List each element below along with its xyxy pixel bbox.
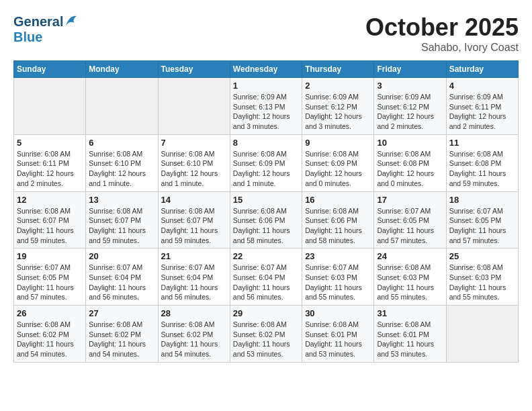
calendar-cell: 27Sunrise: 6:08 AM Sunset: 6:02 PM Dayli… [86, 306, 158, 363]
day-number: 26 [17, 308, 83, 318]
day-number: 8 [233, 138, 299, 148]
calendar-cell: 29Sunrise: 6:08 AM Sunset: 6:02 PM Dayli… [230, 306, 302, 363]
day-number: 17 [377, 195, 443, 205]
day-number: 22 [233, 251, 299, 261]
day-number: 29 [233, 308, 299, 318]
calendar-cell: 2Sunrise: 6:09 AM Sunset: 6:12 PM Daylig… [302, 78, 374, 135]
calendar-cell: 19Sunrise: 6:07 AM Sunset: 6:05 PM Dayli… [14, 248, 86, 306]
day-number: 27 [89, 308, 154, 318]
day-number: 3 [377, 81, 443, 91]
day-number: 16 [305, 195, 371, 205]
day-number: 23 [305, 251, 371, 261]
day-info: Sunrise: 6:07 AM Sunset: 6:04 PM Dayligh… [161, 263, 227, 302]
day-number: 25 [449, 251, 515, 261]
day-info: Sunrise: 6:09 AM Sunset: 6:12 PM Dayligh… [305, 92, 371, 132]
day-info: Sunrise: 6:08 AM Sunset: 6:03 PM Dayligh… [377, 263, 443, 302]
calendar-cell: 10Sunrise: 6:08 AM Sunset: 6:08 PM Dayli… [374, 134, 446, 191]
day-info: Sunrise: 6:07 AM Sunset: 6:04 PM Dayligh… [233, 263, 299, 302]
calendar-cell: 25Sunrise: 6:08 AM Sunset: 6:03 PM Dayli… [446, 248, 518, 306]
logo-bird-icon [64, 13, 78, 27]
weekday-header-saturday: Saturday [446, 61, 518, 78]
calendar-cell: 18Sunrise: 6:07 AM Sunset: 6:05 PM Dayli… [446, 191, 518, 248]
weekday-header-thursday: Thursday [302, 61, 374, 78]
day-number: 19 [17, 251, 83, 261]
day-info: Sunrise: 6:08 AM Sunset: 6:08 PM Dayligh… [377, 149, 443, 189]
calendar-cell: 26Sunrise: 6:08 AM Sunset: 6:02 PM Dayli… [14, 306, 86, 363]
day-number: 13 [89, 195, 154, 205]
calendar-week-3: 12Sunrise: 6:08 AM Sunset: 6:07 PM Dayli… [14, 191, 519, 248]
calendar-week-2: 5Sunrise: 6:08 AM Sunset: 6:11 PM Daylig… [14, 134, 519, 191]
day-number: 9 [305, 138, 371, 148]
calendar-cell [446, 306, 518, 363]
day-info: Sunrise: 6:08 AM Sunset: 6:06 PM Dayligh… [233, 206, 299, 246]
day-number: 6 [89, 138, 154, 148]
weekday-header-monday: Monday [86, 61, 158, 78]
day-info: Sunrise: 6:08 AM Sunset: 6:02 PM Dayligh… [17, 320, 83, 359]
day-number: 31 [377, 308, 443, 318]
day-info: Sunrise: 6:08 AM Sunset: 6:09 PM Dayligh… [233, 149, 299, 189]
day-info: Sunrise: 6:07 AM Sunset: 6:05 PM Dayligh… [377, 206, 443, 246]
calendar-cell [86, 78, 158, 135]
day-number: 7 [161, 138, 227, 148]
calendar-cell: 4Sunrise: 6:09 AM Sunset: 6:11 PM Daylig… [446, 78, 518, 135]
day-info: Sunrise: 6:08 AM Sunset: 6:02 PM Dayligh… [89, 320, 154, 359]
day-info: Sunrise: 6:09 AM Sunset: 6:11 PM Dayligh… [449, 92, 515, 132]
calendar-cell: 15Sunrise: 6:08 AM Sunset: 6:06 PM Dayli… [230, 191, 302, 248]
day-info: Sunrise: 6:08 AM Sunset: 6:02 PM Dayligh… [233, 320, 299, 359]
calendar-cell: 17Sunrise: 6:07 AM Sunset: 6:05 PM Dayli… [374, 191, 446, 248]
day-number: 15 [233, 195, 299, 205]
calendar-cell: 28Sunrise: 6:08 AM Sunset: 6:02 PM Dayli… [158, 306, 230, 363]
day-number: 28 [161, 308, 227, 318]
calendar-cell: 3Sunrise: 6:09 AM Sunset: 6:12 PM Daylig… [374, 78, 446, 135]
day-number: 20 [89, 251, 154, 261]
day-number: 2 [305, 81, 371, 91]
day-info: Sunrise: 6:08 AM Sunset: 6:01 PM Dayligh… [305, 320, 371, 359]
calendar-cell [158, 78, 230, 135]
weekday-row: SundayMondayTuesdayWednesdayThursdayFrid… [14, 61, 519, 78]
page-header: General Blue October 2025 Sahabo, Ivory … [13, 13, 519, 54]
calendar-cell: 31Sunrise: 6:08 AM Sunset: 6:01 PM Dayli… [374, 306, 446, 363]
location-subtitle: Sahabo, Ivory Coast [365, 42, 519, 54]
calendar-cell: 8Sunrise: 6:08 AM Sunset: 6:09 PM Daylig… [230, 134, 302, 191]
day-info: Sunrise: 6:08 AM Sunset: 6:10 PM Dayligh… [161, 149, 227, 189]
logo: General Blue [13, 13, 78, 44]
day-info: Sunrise: 6:09 AM Sunset: 6:12 PM Dayligh… [377, 92, 443, 132]
day-number: 30 [305, 308, 371, 318]
calendar-cell: 12Sunrise: 6:08 AM Sunset: 6:07 PM Dayli… [14, 191, 86, 248]
day-info: Sunrise: 6:08 AM Sunset: 6:07 PM Dayligh… [17, 206, 83, 246]
day-info: Sunrise: 6:08 AM Sunset: 6:01 PM Dayligh… [377, 320, 443, 359]
calendar-cell: 6Sunrise: 6:08 AM Sunset: 6:10 PM Daylig… [86, 134, 158, 191]
calendar-cell: 5Sunrise: 6:08 AM Sunset: 6:11 PM Daylig… [14, 134, 86, 191]
calendar-cell: 23Sunrise: 6:07 AM Sunset: 6:03 PM Dayli… [302, 248, 374, 306]
calendar-cell: 24Sunrise: 6:08 AM Sunset: 6:03 PM Dayli… [374, 248, 446, 306]
day-info: Sunrise: 6:08 AM Sunset: 6:07 PM Dayligh… [161, 206, 227, 246]
logo-blue-text: Blue [13, 30, 78, 44]
day-number: 24 [377, 251, 443, 261]
day-number: 18 [449, 195, 515, 205]
calendar-week-1: 1Sunrise: 6:09 AM Sunset: 6:13 PM Daylig… [14, 78, 519, 135]
day-info: Sunrise: 6:08 AM Sunset: 6:11 PM Dayligh… [17, 149, 83, 189]
title-area: October 2025 Sahabo, Ivory Coast [365, 13, 519, 54]
calendar-cell: 13Sunrise: 6:08 AM Sunset: 6:07 PM Dayli… [86, 191, 158, 248]
weekday-header-tuesday: Tuesday [158, 61, 230, 78]
day-number: 1 [233, 81, 299, 91]
day-number: 11 [449, 138, 515, 148]
calendar-cell: 22Sunrise: 6:07 AM Sunset: 6:04 PM Dayli… [230, 248, 302, 306]
day-number: 10 [377, 138, 443, 148]
calendar-cell: 16Sunrise: 6:08 AM Sunset: 6:06 PM Dayli… [302, 191, 374, 248]
day-info: Sunrise: 6:07 AM Sunset: 6:04 PM Dayligh… [89, 263, 154, 302]
day-number: 4 [449, 81, 515, 91]
calendar-cell: 11Sunrise: 6:08 AM Sunset: 6:08 PM Dayli… [446, 134, 518, 191]
day-info: Sunrise: 6:09 AM Sunset: 6:13 PM Dayligh… [233, 92, 299, 132]
day-info: Sunrise: 6:08 AM Sunset: 6:02 PM Dayligh… [161, 320, 227, 359]
calendar-cell: 21Sunrise: 6:07 AM Sunset: 6:04 PM Dayli… [158, 248, 230, 306]
day-info: Sunrise: 6:07 AM Sunset: 6:05 PM Dayligh… [449, 206, 515, 246]
calendar-week-4: 19Sunrise: 6:07 AM Sunset: 6:05 PM Dayli… [14, 248, 519, 306]
day-info: Sunrise: 6:08 AM Sunset: 6:09 PM Dayligh… [305, 149, 371, 189]
calendar-week-5: 26Sunrise: 6:08 AM Sunset: 6:02 PM Dayli… [14, 306, 519, 363]
calendar-body: 1Sunrise: 6:09 AM Sunset: 6:13 PM Daylig… [14, 78, 519, 363]
weekday-header-friday: Friday [374, 61, 446, 78]
day-info: Sunrise: 6:08 AM Sunset: 6:10 PM Dayligh… [89, 149, 154, 189]
calendar-cell: 1Sunrise: 6:09 AM Sunset: 6:13 PM Daylig… [230, 78, 302, 135]
day-info: Sunrise: 6:08 AM Sunset: 6:06 PM Dayligh… [305, 206, 371, 246]
